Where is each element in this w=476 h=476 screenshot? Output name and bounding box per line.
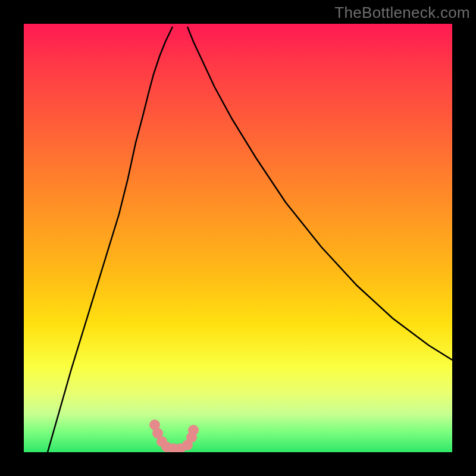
chart-svg (24, 24, 452, 452)
data-dots (149, 419, 199, 452)
curve-right (187, 27, 452, 360)
chart-plot-area (24, 24, 452, 452)
data-dot (188, 425, 199, 436)
watermark-text: TheBottleneck.com (334, 4, 470, 22)
curve-left (48, 27, 173, 452)
